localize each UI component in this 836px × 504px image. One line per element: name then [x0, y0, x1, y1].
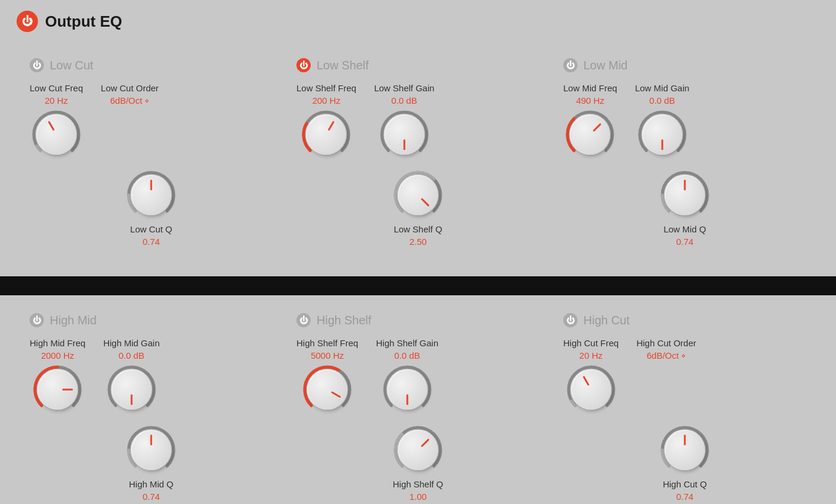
knob-label-high-cut-q: High Cut Q — [663, 479, 707, 489]
knob-high-cut-freq[interactable] — [564, 363, 618, 416]
knob-value-low-mid-gain: 0.0 dB — [649, 95, 675, 106]
section-high-shelf: ⏻ High Shelf High Shelf Freq 5000 Hz — [285, 307, 551, 504]
knob-group-low-cut-q: Low Cut Q 0.74 — [30, 168, 273, 247]
power-btn-low-mid[interactable]: ⏻ — [563, 58, 577, 72]
knob-label-high-mid-freq: High Mid Freq — [30, 338, 85, 348]
knob-high-mid-gain[interactable] — [105, 363, 158, 416]
knobs-row-high-shelf: High Shelf Freq 5000 Hz High Shelf Gain … — [296, 338, 540, 416]
knob-value-high-mid-q: 0.74 — [142, 492, 159, 502]
section-header-low-mid: ⏻ Low Mid — [563, 58, 806, 72]
knob-value-high-cut-freq: 20 Hz — [579, 350, 602, 361]
knob-value-high-shelf-freq: 5000 Hz — [311, 350, 344, 361]
knob-value-high-mid-gain: 0.0 dB — [119, 350, 144, 361]
knob-value-high-cut-order[interactable]: 6dB/Oct ⋄ — [647, 350, 686, 361]
top-sections: ⏻ Low Cut Low Cut Freq 20 Hz — [0, 40, 836, 276]
knob-low-mid-freq[interactable] — [563, 108, 617, 161]
bottom-row: ⏻ High Mid High Mid Freq 2000 Hz — [18, 307, 818, 504]
section-header-low-cut: ⏻ Low Cut — [30, 58, 273, 72]
knob-low-cut-freq[interactable] — [30, 108, 83, 161]
knobs-row-low-cut: Low Cut Freq 20 Hz Low Cut Order 6dB/Oc — [30, 83, 273, 161]
knob-group-high-cut-order: High Cut Order 6dB/Oct ⋄ — [636, 338, 696, 361]
knob-value-high-shelf-gain: 0.0 dB — [394, 350, 420, 361]
knob-group-low-shelf-q: Low Shelf Q 2.50 — [296, 168, 540, 247]
power-icon-low-shelf: ⏻ — [299, 61, 308, 69]
knob-label-high-shelf-gain: High Shelf Gain — [376, 338, 438, 348]
knob-value-low-mid-freq: 490 Hz — [576, 95, 605, 106]
knob-value-high-shelf-q: 1.00 — [409, 492, 426, 502]
main-power-button[interactable]: ⏻ — [17, 11, 38, 32]
section-title-high-shelf: High Shelf — [317, 314, 371, 327]
knob-label-high-cut-order: High Cut Order — [636, 338, 696, 348]
knob-high-shelf-freq[interactable] — [301, 363, 354, 416]
knob-label-low-shelf-gain: Low Shelf Gain — [374, 83, 435, 93]
knob-label-low-cut-freq: Low Cut Freq — [30, 83, 83, 93]
section-low-shelf: ⏻ Low Shelf Low Shelf Freq 200 Hz — [285, 52, 551, 259]
knobs-row-high-cut: High Cut Freq 20 Hz High Cut Order 6dB/ — [563, 338, 806, 416]
page-title: Output EQ — [45, 12, 122, 31]
section-title-high-cut: High Cut — [583, 314, 630, 327]
knob-label-low-shelf-freq: Low Shelf Freq — [296, 83, 356, 93]
knobs-row-low-shelf: Low Shelf Freq 200 Hz Low Shelf Gain 0.0… — [296, 83, 540, 161]
knob-group-high-mid-q: High Mid Q 0.74 — [30, 423, 273, 502]
knob-label-low-mid-freq: Low Mid Freq — [563, 83, 617, 93]
power-btn-high-mid[interactable]: ⏻ — [30, 313, 44, 327]
knob-group-low-shelf-gain: Low Shelf Gain 0.0 dB — [374, 83, 435, 161]
knob-value-low-shelf-gain: 0.0 dB — [391, 95, 417, 106]
knob-label-high-mid-q: High Mid Q — [129, 479, 173, 489]
section-title-low-cut: Low Cut — [50, 59, 93, 72]
knob-label-high-mid-gain: High Mid Gain — [103, 338, 159, 348]
section-header-high-cut: ⏻ High Cut — [563, 313, 806, 327]
knobs-row-high-mid: High Mid Freq 2000 Hz High Mid Gain 0.0 … — [30, 338, 273, 416]
knob-group-high-cut-freq: High Cut Freq 20 Hz — [563, 338, 618, 416]
knob-value-low-mid-q: 0.74 — [676, 237, 693, 247]
knob-group-low-shelf-freq: Low Shelf Freq 200 Hz — [296, 83, 356, 161]
section-title-low-mid: Low Mid — [583, 59, 627, 72]
knob-high-mid-q[interactable] — [125, 423, 178, 477]
bottom-sections: ⏻ High Mid High Mid Freq 2000 Hz — [0, 295, 836, 504]
knob-value-low-cut-freq: 20 Hz — [44, 95, 68, 106]
top-row: ⏻ Low Cut Low Cut Freq 20 Hz — [18, 52, 818, 259]
section-header-high-mid: ⏻ High Mid — [30, 313, 273, 327]
power-icon-low-cut: ⏻ — [33, 61, 41, 69]
section-high-mid: ⏻ High Mid High Mid Freq 2000 Hz — [18, 307, 285, 504]
knob-group-low-cut-freq: Low Cut Freq 20 Hz — [30, 83, 83, 161]
power-btn-low-shelf[interactable]: ⏻ — [296, 58, 311, 72]
knob-group-high-cut-q: High Cut Q 0.74 — [563, 423, 806, 502]
knob-label-low-mid-q: Low Mid Q — [663, 224, 706, 234]
knob-low-shelf-q[interactable] — [391, 168, 445, 222]
section-low-cut: ⏻ Low Cut Low Cut Freq 20 Hz — [18, 52, 285, 259]
knob-group-low-mid-q: Low Mid Q 0.74 — [563, 168, 806, 247]
knob-label-low-cut-q: Low Cut Q — [130, 224, 173, 234]
knob-high-cut-q[interactable] — [658, 423, 711, 477]
power-btn-low-cut[interactable]: ⏻ — [30, 58, 44, 72]
knob-value-high-mid-freq: 2000 Hz — [41, 350, 74, 361]
power-icon-low-mid: ⏻ — [566, 61, 575, 69]
power-icon-high-mid: ⏻ — [33, 316, 41, 324]
knob-label-high-cut-freq: High Cut Freq — [563, 338, 618, 348]
knob-low-mid-gain[interactable] — [636, 108, 689, 161]
knob-high-shelf-gain[interactable] — [381, 363, 434, 416]
knob-low-shelf-freq[interactable] — [299, 108, 353, 161]
knob-group-low-mid-gain: Low Mid Gain 0.0 dB — [635, 83, 690, 161]
power-icon-high-cut: ⏻ — [566, 316, 575, 324]
section-title-high-mid: High Mid — [50, 314, 97, 327]
knob-low-cut-q[interactable] — [125, 168, 178, 222]
power-btn-high-shelf[interactable]: ⏻ — [296, 313, 311, 327]
knob-value-low-shelf-freq: 200 Hz — [312, 95, 341, 106]
knob-group-low-mid-freq: Low Mid Freq 490 Hz — [563, 83, 617, 161]
knob-high-mid-freq[interactable] — [31, 363, 84, 416]
knob-low-mid-q[interactable] — [658, 168, 711, 222]
knob-group-high-mid-gain: High Mid Gain 0.0 dB — [103, 338, 159, 416]
knob-group-high-shelf-freq: High Shelf Freq 5000 Hz — [296, 338, 358, 416]
knob-label-low-shelf-q: Low Shelf Q — [394, 224, 442, 234]
header: ⏻ Output EQ — [0, 0, 836, 40]
knob-value-low-cut-order[interactable]: 6dB/Oct ⋄ — [110, 95, 149, 106]
knob-high-shelf-q[interactable] — [391, 423, 445, 477]
knob-label-high-shelf-freq: High Shelf Freq — [296, 338, 358, 348]
power-btn-high-cut[interactable]: ⏻ — [563, 313, 577, 327]
knob-group-low-cut-order: Low Cut Order 6dB/Oct ⋄ — [101, 83, 159, 106]
knob-label-high-shelf-q: High Shelf Q — [393, 479, 443, 489]
knob-low-shelf-gain[interactable] — [378, 108, 431, 161]
knob-group-high-mid-freq: High Mid Freq 2000 Hz — [30, 338, 85, 416]
knob-group-high-shelf-gain: High Shelf Gain 0.0 dB — [376, 338, 438, 416]
